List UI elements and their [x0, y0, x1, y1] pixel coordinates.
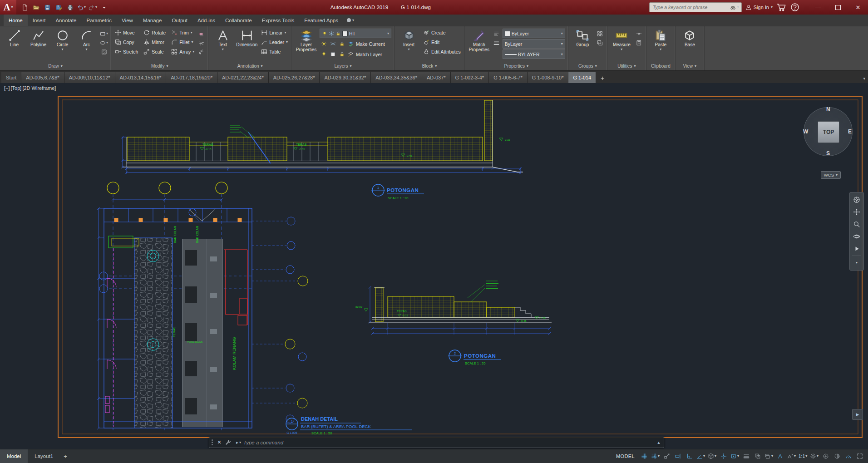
autoscale-toggle[interactable]: ▾	[787, 451, 797, 461]
ribbon-tab-annotate[interactable]: Annotate	[50, 15, 81, 26]
close-button[interactable]: ✕	[848, 0, 868, 15]
file-tab-g-1-008-9-10[interactable]: G 1-008-9-10*	[528, 72, 569, 83]
annotation-dimension-button[interactable]: Dimension	[235, 28, 258, 63]
command-customize-icon[interactable]	[224, 439, 232, 446]
ribbon-tab-output[interactable]: Output	[167, 15, 192, 26]
viewcube-east[interactable]: E	[848, 128, 852, 135]
save-button[interactable]	[42, 2, 53, 12]
file-tab-g-1-002-3-4[interactable]: G 1-002-3-4*	[451, 72, 489, 83]
groups-array-button[interactable]	[596, 30, 604, 38]
ribbon-tab-home[interactable]: Home	[4, 15, 28, 26]
qnew-button[interactable]	[19, 2, 30, 12]
help-icon[interactable]	[790, 2, 800, 12]
draw-hatch-button[interactable]	[100, 48, 108, 56]
panel-label-groups[interactable]: Groups▾	[568, 63, 607, 70]
layers-layer-properties-button[interactable]: Layer Properties	[295, 28, 318, 63]
infer-constraints-toggle[interactable]	[662, 451, 672, 461]
view-base-button[interactable]: Base	[678, 28, 701, 63]
recent-commands-button[interactable]: ▲	[654, 440, 664, 445]
maximize-button[interactable]	[828, 0, 848, 15]
ribbon-tab-insert[interactable]: Insert	[28, 15, 51, 26]
properties-props-button[interactable]	[493, 30, 501, 38]
search-icon[interactable]	[730, 5, 736, 10]
selection-cycling-toggle[interactable]: ▾	[764, 451, 774, 461]
new-layout-button[interactable]: +	[60, 453, 71, 460]
properties-slw-button[interactable]	[493, 39, 501, 47]
viewcube[interactable]: N S W E TOP	[803, 106, 853, 157]
clean-screen-toggle[interactable]	[855, 451, 865, 461]
ribbon-tab-parametric[interactable]: Parametric	[82, 15, 117, 26]
draw-line-button[interactable]: Line	[3, 28, 26, 63]
modify-move-button[interactable]: Move	[114, 28, 139, 37]
modify-offset-button[interactable]	[197, 48, 205, 56]
lineweight-toggle[interactable]	[741, 451, 751, 461]
help-search-box[interactable]: ▾	[649, 2, 742, 12]
lineweight-dropdown[interactable]: BYLAYER▾	[503, 49, 565, 59]
viewport-view-control[interactable]: [Top]	[11, 85, 22, 91]
command-line-grip[interactable]	[209, 439, 215, 445]
graphics-performance-toggle[interactable]	[843, 451, 853, 461]
model-tab[interactable]: Model	[0, 449, 28, 463]
zoom-button[interactable]	[851, 219, 862, 230]
command-line[interactable]: ✕ ▸▾ Type a command ▲	[209, 437, 664, 448]
layer-state-freeze-button[interactable]	[329, 40, 337, 48]
block-edit-attributes-button[interactable]: Edit Attributes	[422, 47, 462, 56]
file-tab-overflow-button[interactable]: ▾	[863, 76, 865, 81]
file-tab-g-1-005-6-7[interactable]: G 1-005-6-7*	[489, 72, 528, 83]
layer-isolate-button[interactable]	[329, 50, 337, 59]
modify-trim-button[interactable]: Trim▾	[170, 28, 195, 37]
command-input[interactable]: Type a command	[243, 440, 283, 445]
chevron-down-icon[interactable]: ▾	[239, 441, 241, 444]
modify-explode-button[interactable]	[197, 39, 205, 47]
file-tab-ad-025-26-27-28[interactable]: AD-025,26,27&28*	[269, 72, 320, 83]
layer-off-button[interactable]	[320, 50, 328, 59]
match-layer-button[interactable]: Match Layer	[347, 49, 383, 59]
block-insert-button[interactable]: Insert▾	[397, 28, 420, 63]
panel-label-draw[interactable]: Draw▾	[0, 63, 111, 70]
draw-ellipse-button[interactable]: ▾	[100, 39, 108, 47]
panel-label-modify[interactable]: Modify▾	[111, 63, 208, 70]
modify-scale-button[interactable]: Scale	[143, 47, 167, 56]
layer-unlock-button[interactable]	[338, 50, 346, 59]
minimize-button[interactable]: —	[808, 0, 828, 15]
modify-copy-button[interactable]: Copy	[114, 37, 139, 47]
linetype-dropdown[interactable]: ByLayer▾	[503, 39, 565, 49]
utilities-sotrack-button[interactable]	[635, 30, 643, 38]
wcs-button[interactable]: WCS▾	[821, 171, 841, 179]
orbit-button[interactable]	[851, 231, 862, 242]
make-current-button[interactable]: Make Current	[347, 39, 386, 49]
isometric-drafting-toggle[interactable]: ▾	[707, 451, 717, 461]
block-create-button[interactable]: Create	[422, 28, 462, 37]
plot-button[interactable]	[64, 2, 75, 12]
navigation-bar-options-button[interactable]: ▶	[852, 409, 863, 420]
viewcube-top-face[interactable]: TOP	[818, 121, 839, 143]
panel-label-properties[interactable]: Properties▾	[465, 63, 568, 70]
modify-erase-button[interactable]	[197, 30, 205, 38]
panel-label-view[interactable]: View▾	[676, 63, 704, 70]
annotation-monitor-toggle[interactable]	[821, 451, 831, 461]
object-color-dropdown[interactable]: ByLayer▾	[503, 29, 565, 38]
application-menu-button[interactable]: A▾	[0, 0, 16, 15]
object-snap-tracking-toggle[interactable]	[719, 451, 729, 461]
annotation-linear-button[interactable]: Linear▾	[260, 28, 289, 37]
panel-label-utilities[interactable]: Utilities▾	[607, 63, 646, 70]
workspace-switching-button[interactable]: ▾	[809, 451, 819, 461]
annotation-text-button[interactable]: Text▾	[211, 28, 234, 63]
snap-mode-toggle[interactable]: ▾	[651, 451, 661, 461]
save-as-button[interactable]	[53, 2, 64, 12]
sign-in-button[interactable]: Sign In ▾	[745, 4, 773, 10]
modify-stretch-button[interactable]: Stretch	[114, 47, 139, 56]
cad-drawing[interactable]: TERAS -0.15 TERAS -0.05 -0.45 -0.32 1 PO…	[0, 83, 868, 449]
model-space-button[interactable]: MODEL	[616, 453, 635, 459]
file-tab-ad-033-34-35-36[interactable]: AD-033,34,35&36*	[371, 72, 422, 83]
ribbon-tab-express-tools[interactable]: Express Tools	[257, 15, 299, 26]
modify-rotate-button[interactable]: Rotate	[143, 28, 167, 37]
viewcube-south[interactable]: S	[826, 150, 830, 157]
ribbon-tab-featured-apps[interactable]: Featured Apps	[299, 15, 343, 26]
modify-array-button[interactable]: Array▾	[170, 47, 195, 56]
open-button[interactable]	[30, 2, 41, 12]
draw-rectangle-button[interactable]: ▾	[100, 30, 108, 38]
undo-button[interactable]: ▾	[76, 2, 87, 12]
file-tab-ad-029-30-31-32[interactable]: AD-029,30,31&32*	[320, 72, 371, 83]
full-navigation-wheel-button[interactable]	[851, 194, 862, 205]
